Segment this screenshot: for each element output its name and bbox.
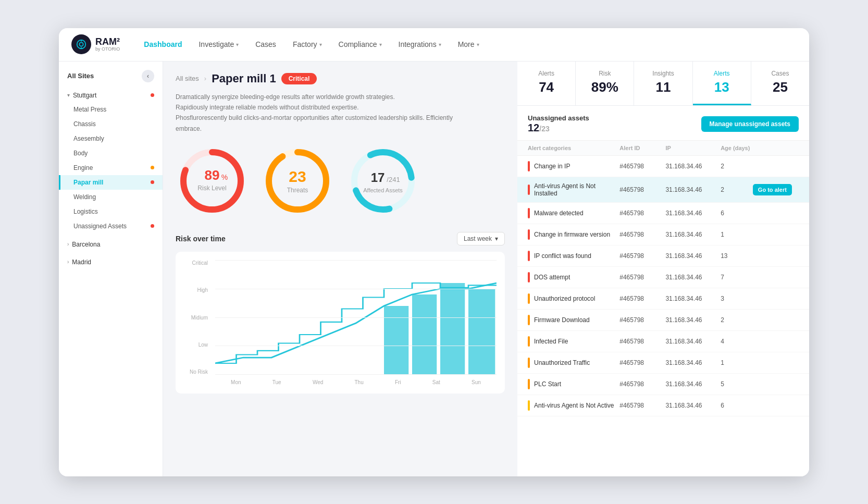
- chevron-icon: ▾: [67, 92, 70, 98]
- sidebar-header: All Sites ‹: [59, 62, 163, 87]
- severity-indicator: [528, 336, 530, 347]
- y-label-critical: Critical: [192, 260, 208, 266]
- alert-age: 2: [721, 316, 753, 324]
- th-age: Age (days): [721, 145, 753, 151]
- gauge-risk-level: 89 % Risk Level: [176, 144, 249, 217]
- stat-cases: Cases 25: [751, 62, 809, 105]
- sidebar-item-chassis[interactable]: Chassis: [59, 117, 163, 131]
- alert-category-text: Infected File: [534, 338, 568, 345]
- x-label-wed: Wed: [313, 379, 323, 385]
- chevron-down-icon: ▾: [477, 42, 479, 47]
- logo-icon: [71, 34, 91, 54]
- nav-factory[interactable]: Factory ▾: [286, 36, 329, 53]
- alert-category: Malware detected: [528, 208, 619, 218]
- table-row[interactable]: IP conflict was found #465798 31.168.34.…: [517, 245, 809, 267]
- sidebar-item-welding[interactable]: Welding: [59, 190, 163, 204]
- table-row[interactable]: Change in IP #465798 31.168.34.46 2: [517, 156, 809, 177]
- chart-section: Risk over time Last week ▾ Critical High: [176, 232, 505, 394]
- chevron-down-icon: ▾: [439, 42, 441, 47]
- sidebar-group-label-barcelona[interactable]: › Barcelona: [59, 238, 163, 251]
- sidebar-toggle-button[interactable]: ‹: [142, 70, 154, 82]
- alert-category-text: IP conflict was found: [534, 252, 591, 260]
- table-row[interactable]: Unauthorized Traffic #465798 31.168.34.4…: [517, 352, 809, 374]
- svg-point-1: [79, 42, 83, 46]
- alert-id: #465798: [619, 402, 665, 409]
- severity-indicator: [528, 315, 530, 325]
- th-category: Alert categories: [528, 145, 619, 151]
- sidebar-group-label-madrid[interactable]: › Madrid: [59, 255, 163, 269]
- alert-ip: 31.168.34.46: [665, 295, 721, 302]
- table-row[interactable]: Unauthorized protocol #465798 31.168.34.…: [517, 288, 809, 310]
- table-row[interactable]: PLC Start #465798 31.168.34.46 5: [517, 374, 809, 395]
- svg-rect-19: [412, 294, 437, 375]
- table-row[interactable]: Anti-virus Agent is Not Active #465798 3…: [517, 395, 809, 416]
- chevron-down-icon: ▾: [319, 42, 322, 47]
- alert-category: Change in IP: [528, 161, 619, 171]
- sidebar-item-unassigned-assets[interactable]: Unassigned Assets: [59, 219, 163, 233]
- status-badge: Critical: [281, 73, 317, 84]
- papar-mill-dot: [151, 180, 154, 184]
- alert-ip: 31.168.34.46: [665, 380, 721, 388]
- sidebar-group-label-stuttgart[interactable]: ▾ Stuttgart: [59, 89, 163, 102]
- stat-alerts-active[interactable]: Alerts 13: [693, 62, 751, 105]
- chevron-down-icon: ▾: [236, 42, 239, 47]
- svg-text:%: %: [221, 173, 228, 181]
- svg-rect-20: [440, 283, 465, 375]
- chevron-icon: ›: [67, 241, 69, 247]
- alert-category: Anti-virus Agent is Not Installed: [528, 182, 619, 197]
- alert-ip: 31.168.34.46: [665, 210, 721, 217]
- severity-indicator: [528, 379, 530, 389]
- x-label-mon: Mon: [231, 379, 241, 385]
- gauge-threats: 23 Threats: [261, 144, 334, 217]
- alert-ip: 31.168.34.46: [665, 274, 721, 281]
- stat-label: Cases: [762, 70, 799, 77]
- threats-gauge-svg: 23 Threats: [261, 144, 334, 217]
- sidebar-item-metal-press[interactable]: Metal Press: [59, 102, 163, 117]
- page-title: Paper mill 1: [212, 72, 276, 85]
- goto-alert-button[interactable]: Go to alert: [753, 184, 792, 195]
- nav-integrations[interactable]: Integrations ▾: [391, 36, 449, 53]
- svg-text:89: 89: [205, 167, 220, 183]
- table-row[interactable]: Infected File #465798 31.168.34.46 4: [517, 331, 809, 352]
- alert-age: 1: [721, 231, 753, 238]
- sidebar-group-madrid: › Madrid: [59, 253, 163, 271]
- nav-dashboard[interactable]: Dashboard: [137, 36, 189, 53]
- alert-id: #465798: [619, 338, 665, 345]
- sidebar-group-stuttgart: ▾ Stuttgart Metal Press Chassis Asesembl…: [59, 87, 163, 236]
- table-row[interactable]: Firmware Download #465798 31.168.34.46 2: [517, 310, 809, 331]
- sidebar-item-logistics[interactable]: Logistics: [59, 204, 163, 219]
- alert-category: DOS attempt: [528, 272, 619, 282]
- nav-investigate[interactable]: Investigate ▾: [191, 36, 246, 53]
- svg-text:/241: /241: [387, 176, 400, 183]
- sidebar-item-body[interactable]: Body: [59, 146, 163, 161]
- severity-indicator: [528, 208, 530, 218]
- alerts-table-header: Alert categories Alert ID IP Age (days): [517, 141, 809, 156]
- alert-age: 1: [721, 359, 753, 366]
- nav-more[interactable]: More ▾: [451, 36, 487, 53]
- table-row[interactable]: DOS attempt #465798 31.168.34.46 7: [517, 267, 809, 288]
- nav-cases[interactable]: Cases: [248, 36, 283, 53]
- chart-filter-dropdown[interactable]: Last week ▾: [457, 232, 505, 245]
- nav-compliance[interactable]: Compliance ▾: [331, 36, 389, 53]
- sidebar-item-asesembly[interactable]: Asesembly: [59, 131, 163, 146]
- table-row[interactable]: Malware detected #465798 31.168.34.46 6: [517, 203, 809, 224]
- severity-indicator: [528, 358, 530, 368]
- alert-category: Firmware Download: [528, 315, 619, 325]
- y-label-high: High: [197, 287, 208, 293]
- chart-area: Critical High Midium Low No Risk: [176, 252, 505, 394]
- stat-label: Risk: [586, 70, 623, 77]
- sidebar: All Sites ‹ ▾ Stuttgart Metal Press Chas…: [59, 62, 163, 476]
- sidebar-item-engine[interactable]: Engine: [59, 161, 163, 175]
- manage-unassigned-button[interactable]: Manage unassigned assets: [701, 116, 799, 132]
- table-row[interactable]: Anti-virus Agent is Not Installed #46579…: [517, 177, 809, 203]
- alert-id: #465798: [619, 186, 665, 193]
- alert-action[interactable]: Go to alert: [753, 184, 799, 195]
- content: All sites › Paper mill 1 Critical Dramat…: [163, 62, 809, 476]
- sidebar-group-barcelona: › Barcelona: [59, 236, 163, 253]
- table-row[interactable]: Change in firmware version #465798 31.16…: [517, 224, 809, 245]
- sidebar-item-papar-mill[interactable]: Papar mill: [59, 175, 163, 190]
- x-label-sat: Sat: [432, 379, 440, 385]
- logo-text-block: RAM² by OTORIO: [95, 37, 120, 52]
- chevron-down-icon: ▾: [379, 42, 382, 47]
- alert-category-text: Anti-virus Agent is Not Active: [534, 402, 614, 409]
